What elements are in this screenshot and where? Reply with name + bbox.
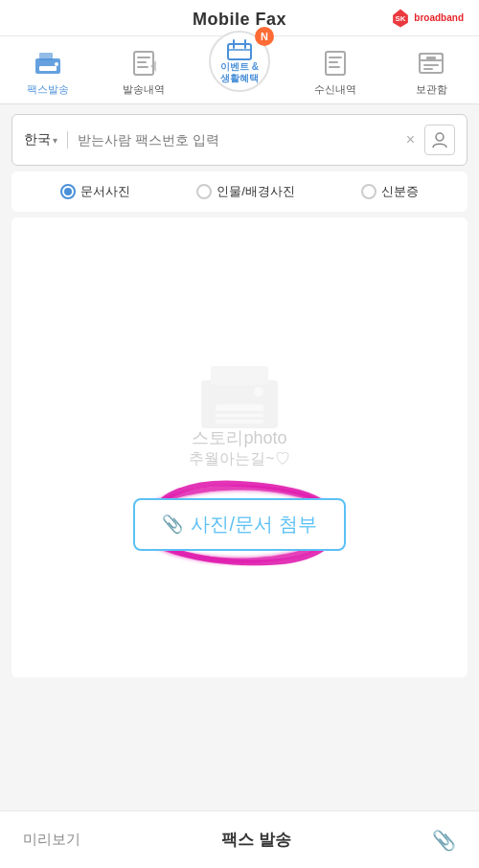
country-name: 한국 xyxy=(24,131,51,148)
radio-portrait[interactable]: 인물/배경사진 xyxy=(196,183,295,200)
svg-text:SK: SK xyxy=(396,14,406,23)
sk-brand-text: broadband xyxy=(414,12,464,23)
svg-rect-8 xyxy=(137,61,147,63)
radio-id-circle xyxy=(361,184,376,199)
fax-contact-button[interactable] xyxy=(424,125,455,155)
country-arrow: ▾ xyxy=(53,135,57,146)
svg-rect-16 xyxy=(329,61,338,63)
watermark-subtitle: 추월아는길~♡ xyxy=(189,449,289,469)
tab-send-history-label: 발송내역 xyxy=(123,82,165,96)
events-center-button[interactable]: N 이벤트 &생활혜택 xyxy=(209,31,270,92)
tab-storage[interactable]: 보관함 xyxy=(393,44,469,100)
svg-rect-21 xyxy=(423,64,439,66)
storage-icon xyxy=(414,48,448,79)
tab-receive-history-label: 수신내역 xyxy=(314,82,356,96)
app-title: Mobile Fax xyxy=(193,10,286,30)
sk-logo-icon: SK xyxy=(390,8,411,29)
tab-events-label: 이벤트 &생활혜택 xyxy=(220,61,259,84)
radio-portrait-label: 인물/배경사진 xyxy=(217,183,295,200)
tab-events[interactable]: N 이벤트 &생활혜택 xyxy=(201,34,278,96)
contact-icon xyxy=(431,131,448,148)
radio-options: 문서사진 인물/배경사진 신분증 xyxy=(11,171,468,212)
radio-document-circle xyxy=(60,184,76,199)
svg-rect-29 xyxy=(216,417,263,420)
preview-button[interactable]: 미리보기 xyxy=(23,831,80,849)
tab-send-label: 팩스발송 xyxy=(27,82,69,96)
nav-tabs: 팩스발송 발송내역 N 이벤트 &생활혜택 xyxy=(0,36,479,104)
radio-document[interactable]: 문서사진 xyxy=(60,183,130,200)
sk-logo: SK broadband xyxy=(390,8,464,29)
send-button[interactable]: 팩스 발송 xyxy=(221,829,291,851)
bottom-bar: 미리보기 팩스 발송 📎 xyxy=(0,811,479,868)
svg-point-23 xyxy=(436,133,444,141)
attach-button-label: 사진/문서 첨부 xyxy=(191,512,316,537)
fax-clear-button[interactable]: × xyxy=(402,129,419,150)
fax-printer-illustration xyxy=(182,352,297,451)
attach-button-container: 📎 사진/문서 첨부 xyxy=(133,498,345,551)
svg-rect-25 xyxy=(211,366,268,385)
events-icon xyxy=(226,38,253,61)
radio-id[interactable]: 신분증 xyxy=(361,183,419,200)
fax-input-area: 한국 ▾ × xyxy=(11,114,468,166)
svg-rect-10 xyxy=(228,44,251,59)
svg-point-5 xyxy=(55,62,58,66)
svg-rect-15 xyxy=(329,57,342,58)
tab-send-history[interactable]: 발송내역 xyxy=(105,44,182,100)
radio-document-label: 문서사진 xyxy=(80,183,130,200)
country-selector[interactable]: 한국 ▾ xyxy=(24,131,57,148)
svg-rect-3 xyxy=(39,53,53,60)
svg-rect-4 xyxy=(39,66,57,71)
radio-portrait-circle xyxy=(196,184,212,199)
fax-send-icon xyxy=(31,48,65,79)
svg-rect-22 xyxy=(423,68,433,70)
tab-storage-label: 보관함 xyxy=(416,82,447,96)
svg-rect-9 xyxy=(137,66,148,68)
attach-icon: 📎 xyxy=(162,514,183,535)
send-history-icon xyxy=(126,48,161,79)
svg-rect-20 xyxy=(426,57,436,59)
bottom-attach-icon[interactable]: 📎 xyxy=(432,829,456,852)
svg-rect-28 xyxy=(216,411,263,414)
fax-divider xyxy=(67,131,68,148)
main-content-area: 스토리photo 추월아는길~♡ 📎 사진/문서 첨부 xyxy=(11,217,468,677)
tab-receive-history[interactable]: 수신내역 xyxy=(297,44,374,100)
radio-id-label: 신분증 xyxy=(381,183,419,200)
attach-button[interactable]: 📎 사진/문서 첨부 xyxy=(133,498,345,551)
svg-rect-7 xyxy=(137,57,150,58)
events-badge: N xyxy=(255,27,274,46)
svg-point-27 xyxy=(254,387,263,397)
fax-number-input[interactable] xyxy=(78,132,397,148)
receive-history-icon xyxy=(318,48,353,79)
tab-send[interactable]: 팩스발송 xyxy=(10,44,86,100)
svg-rect-17 xyxy=(329,66,340,68)
